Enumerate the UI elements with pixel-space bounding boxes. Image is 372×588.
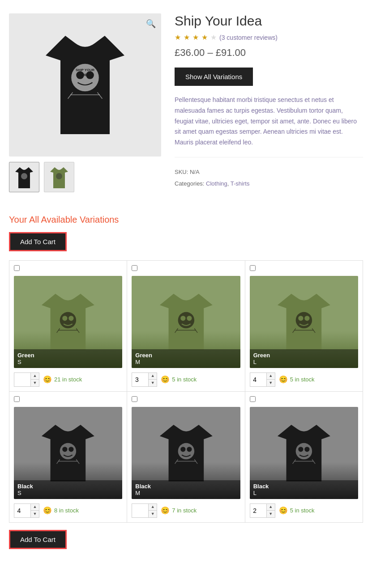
variation-image-0: Green S bbox=[14, 276, 122, 368]
quantity-input-4[interactable] bbox=[132, 504, 148, 517]
star-5: ★ bbox=[210, 33, 217, 42]
quantity-wrap-0: ▲ ▼ bbox=[14, 372, 39, 387]
product-info: Ship Your Idea ★ ★ ★ ★ ★ (3 customer rev… bbox=[175, 13, 363, 192]
star-1: ★ bbox=[175, 33, 181, 42]
main-tshirt-svg: SHIP YOUR IDEA bbox=[36, 25, 134, 145]
svg-point-9 bbox=[56, 173, 62, 179]
zoom-icon[interactable]: 🔍 bbox=[146, 19, 156, 29]
stock-info-2: 😊 5 in stock bbox=[279, 375, 315, 384]
variation-card-black-s: Black S ▲ ▼ 😊 8 in stock bbox=[9, 392, 127, 523]
category-tshirts[interactable]: T-shirts bbox=[231, 180, 250, 187]
qty-up-0[interactable]: ▲ bbox=[31, 373, 39, 380]
quantity-input-5[interactable] bbox=[250, 504, 266, 517]
checkbox-input-5[interactable] bbox=[250, 396, 256, 402]
reviews-link[interactable]: (3 customer reviews) bbox=[219, 34, 278, 41]
stock-icon-1: 😊 bbox=[161, 375, 170, 384]
categories-line: Categories: Clothing, T-shirts bbox=[175, 178, 363, 190]
variation-card-black-l: Black L ▲ ▼ 😊 5 in stock bbox=[245, 392, 363, 523]
checkbox-input-4[interactable] bbox=[132, 396, 137, 402]
svg-point-11 bbox=[63, 316, 68, 321]
svg-point-42 bbox=[304, 447, 309, 452]
checkbox-input-1[interactable] bbox=[132, 265, 137, 271]
svg-point-12 bbox=[69, 316, 74, 321]
qty-up-4[interactable]: ▲ bbox=[149, 504, 157, 511]
svg-text:SHIP YOUR: SHIP YOUR bbox=[76, 68, 94, 72]
qty-down-0[interactable]: ▼ bbox=[31, 380, 39, 386]
title-highlight: All bbox=[29, 215, 39, 224]
thumbnail-gallery bbox=[9, 162, 161, 192]
variation-card-green-s: Green S ▲ ▼ 😊 21 in stock bbox=[9, 261, 127, 392]
thumbnail-black[interactable] bbox=[9, 162, 39, 192]
checkbox-input-0[interactable] bbox=[14, 265, 20, 271]
qty-down-4[interactable]: ▼ bbox=[149, 511, 157, 517]
stock-info-0: 😊 21 in stock bbox=[43, 375, 82, 384]
variation-size-4: M bbox=[135, 490, 236, 496]
svg-point-8 bbox=[21, 173, 27, 179]
variation-color-2: Green bbox=[253, 352, 355, 359]
svg-point-36 bbox=[187, 447, 192, 452]
variation-size-0: S bbox=[17, 359, 119, 365]
variation-image-4: Black M bbox=[132, 407, 240, 499]
quantity-input-3[interactable] bbox=[14, 504, 30, 517]
category-clothing[interactable]: Clothing bbox=[206, 180, 227, 187]
quantity-arrows-4: ▲ ▼ bbox=[148, 504, 157, 517]
stock-icon-5: 😊 bbox=[279, 506, 288, 515]
variation-label-0: Green S bbox=[14, 349, 122, 368]
qty-up-2[interactable]: ▲ bbox=[267, 373, 275, 380]
variation-checkbox-1[interactable] bbox=[132, 265, 240, 272]
quantity-arrows-0: ▲ ▼ bbox=[30, 373, 39, 386]
quantity-arrows-2: ▲ ▼ bbox=[266, 373, 275, 386]
variation-image-2: Green L bbox=[250, 276, 358, 368]
variation-color-1: Green bbox=[135, 352, 236, 359]
qty-down-5[interactable]: ▼ bbox=[267, 511, 275, 517]
quantity-wrap-4: ▲ ▼ bbox=[132, 503, 157, 518]
qty-up-3[interactable]: ▲ bbox=[31, 504, 39, 511]
product-gallery: 🔍 SHIP YOUR IDEA bbox=[9, 13, 161, 192]
stock-info-3: 😊 8 in stock bbox=[43, 506, 79, 515]
variation-controls-3: ▲ ▼ 😊 8 in stock bbox=[14, 503, 122, 518]
add-to-cart-top-button[interactable]: Add To Cart bbox=[9, 232, 67, 251]
stock-label-2: 5 in stock bbox=[290, 376, 315, 383]
variation-controls-5: ▲ ▼ 😊 5 in stock bbox=[250, 503, 358, 518]
svg-point-24 bbox=[304, 316, 309, 321]
variation-checkbox-2[interactable] bbox=[250, 265, 358, 272]
variation-controls-0: ▲ ▼ 😊 21 in stock bbox=[14, 372, 122, 387]
quantity-wrap-1: ▲ ▼ bbox=[132, 372, 157, 387]
variation-checkbox-5[interactable] bbox=[250, 396, 358, 403]
stock-icon-3: 😊 bbox=[43, 506, 52, 515]
variation-checkbox-0[interactable] bbox=[14, 265, 122, 272]
qty-down-3[interactable]: ▼ bbox=[31, 511, 39, 517]
qty-up-1[interactable]: ▲ bbox=[149, 373, 157, 380]
sku-value: N/A bbox=[190, 169, 200, 175]
star-4: ★ bbox=[201, 33, 208, 42]
variation-tshirt-svg-3 bbox=[27, 419, 109, 487]
sku-line: SKU: N/A bbox=[175, 166, 363, 178]
review-count: 3 customer reviews bbox=[222, 34, 276, 41]
variation-checkbox-4[interactable] bbox=[132, 396, 240, 403]
add-to-cart-bottom-button[interactable]: Add To Cart bbox=[9, 530, 67, 549]
price-separator: – bbox=[207, 47, 213, 58]
variation-size-1: M bbox=[135, 359, 236, 365]
variation-tshirt-svg-0 bbox=[27, 288, 109, 356]
qty-up-5[interactable]: ▲ bbox=[267, 504, 275, 511]
variation-color-5: Black bbox=[253, 483, 355, 490]
quantity-wrap-5: ▲ ▼ bbox=[250, 503, 275, 518]
add-to-cart-top-label: Add To Cart bbox=[20, 238, 56, 245]
variation-controls-2: ▲ ▼ 😊 5 in stock bbox=[250, 372, 358, 387]
qty-down-2[interactable]: ▼ bbox=[267, 380, 275, 386]
svg-point-35 bbox=[180, 447, 185, 452]
quantity-input-1[interactable] bbox=[132, 373, 148, 386]
checkbox-input-3[interactable] bbox=[14, 396, 20, 402]
quantity-input-0[interactable] bbox=[14, 373, 30, 386]
variation-tshirt-svg-1 bbox=[145, 288, 227, 356]
thumbnail-green[interactable] bbox=[44, 162, 74, 192]
variation-card-green-m: Green M ▲ ▼ 😊 5 in stock bbox=[127, 261, 245, 392]
show-variations-button[interactable]: Show All Variations bbox=[175, 68, 253, 86]
title-prefix: Your bbox=[9, 215, 29, 224]
qty-down-1[interactable]: ▼ bbox=[149, 380, 157, 386]
checkbox-input-2[interactable] bbox=[250, 265, 256, 271]
stock-info-1: 😊 5 in stock bbox=[161, 375, 197, 384]
variation-checkbox-3[interactable] bbox=[14, 396, 122, 403]
quantity-input-2[interactable] bbox=[250, 373, 266, 386]
variation-image-5: Black L bbox=[250, 407, 358, 499]
